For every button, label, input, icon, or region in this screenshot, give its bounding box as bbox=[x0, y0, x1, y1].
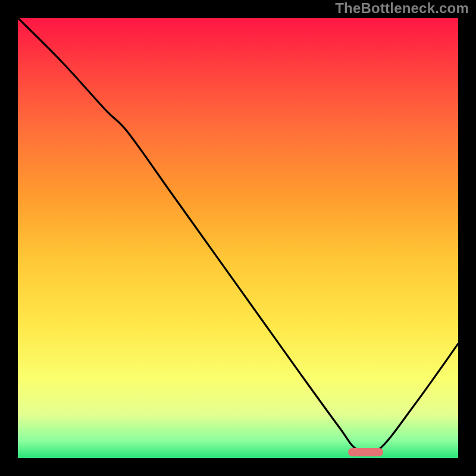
gradient-fill bbox=[18, 18, 458, 458]
plot-area bbox=[18, 18, 458, 458]
optimal-range-marker bbox=[348, 448, 383, 456]
chart-stage: TheBottleneck.com bbox=[0, 0, 476, 476]
watermark-text: TheBottleneck.com bbox=[335, 0, 469, 17]
plot-svg bbox=[18, 18, 458, 458]
